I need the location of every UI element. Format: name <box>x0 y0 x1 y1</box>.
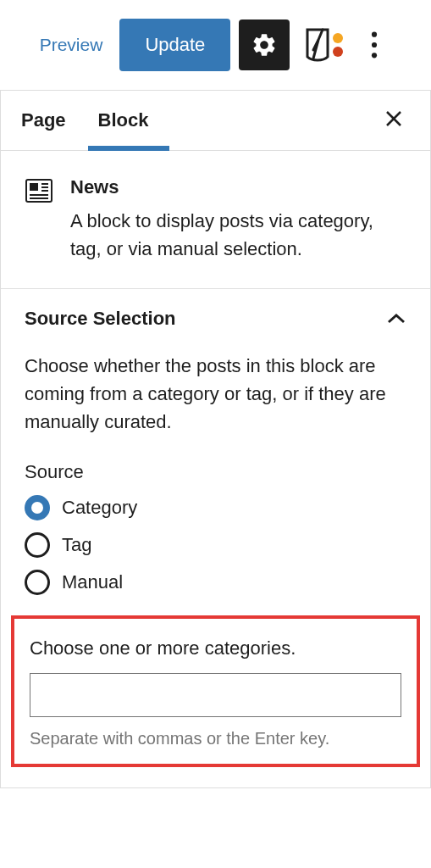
panel-tabs: Page Block <box>1 91 430 151</box>
categories-field-label: Choose one or more categories. <box>30 637 401 659</box>
tab-block[interactable]: Block <box>98 91 149 150</box>
svg-point-1 <box>333 47 343 57</box>
radio-manual[interactable]: Manual <box>25 570 406 595</box>
source-selection-title: Source Selection <box>25 308 176 330</box>
news-block-icon <box>25 178 53 263</box>
radio-tag[interactable]: Tag <box>25 532 406 558</box>
source-selection-description: Choose whether the posts in this block a… <box>25 352 406 436</box>
preview-link[interactable]: Preview <box>40 35 103 55</box>
radio-button-checked-icon <box>25 495 50 520</box>
categories-help-text: Separate with commas or the Enter key. <box>30 729 401 748</box>
categories-input[interactable] <box>30 673 401 717</box>
block-info: News A block to display posts via catego… <box>1 151 430 289</box>
svg-point-2 <box>372 32 377 37</box>
radio-button-icon <box>25 532 50 558</box>
svg-point-0 <box>333 33 343 43</box>
source-selection-toggle[interactable]: Source Selection <box>1 289 430 348</box>
radio-category[interactable]: Category <box>25 495 406 520</box>
yoast-button[interactable] <box>298 19 349 70</box>
svg-point-3 <box>372 42 377 47</box>
source-label: Source <box>25 461 406 483</box>
tab-page[interactable]: Page <box>21 91 66 150</box>
block-description: A block to display posts via category, t… <box>70 207 406 263</box>
radio-tag-label: Tag <box>62 534 91 556</box>
svg-point-4 <box>372 53 377 58</box>
block-title: News <box>70 176 406 198</box>
settings-panel: Page Block News A block to display posts… <box>0 90 431 788</box>
radio-category-label: Category <box>62 497 137 519</box>
radio-button-icon <box>25 570 50 595</box>
svg-rect-8 <box>30 183 38 191</box>
update-button[interactable]: Update <box>119 19 230 71</box>
settings-button[interactable] <box>239 19 290 70</box>
radio-manual-label: Manual <box>62 571 123 593</box>
close-icon <box>384 109 403 128</box>
close-panel-button[interactable] <box>378 100 410 141</box>
yoast-icon <box>302 26 345 64</box>
more-vertical-icon <box>371 31 378 58</box>
categories-highlight: Choose one or more categories. Separate … <box>11 615 420 767</box>
more-options-button[interactable] <box>357 19 391 70</box>
gear-icon <box>251 31 278 58</box>
source-radio-group: Category Tag Manual <box>25 495 406 595</box>
chevron-up-icon <box>386 313 406 325</box>
source-selection-body: Choose whether the posts in this block a… <box>1 348 430 787</box>
